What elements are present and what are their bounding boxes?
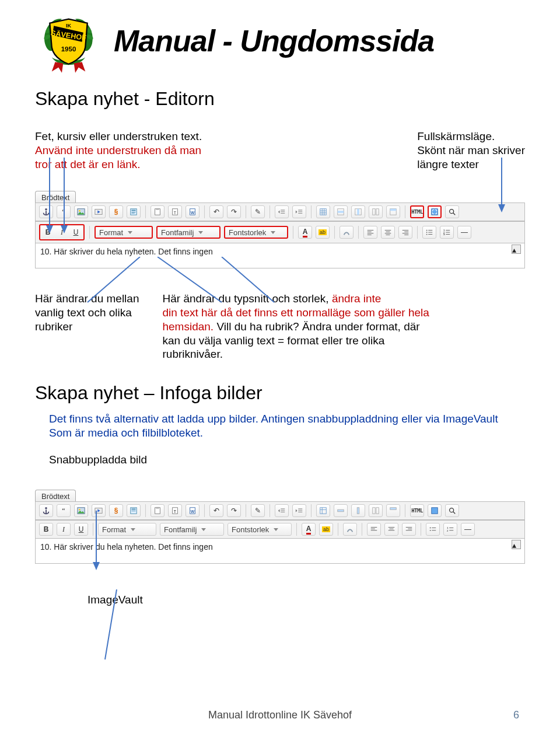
paste-text-icon[interactable]: T bbox=[168, 205, 182, 218]
undo-icon[interactable]: ↶ bbox=[209, 504, 223, 517]
quote-icon[interactable]: “ bbox=[57, 205, 71, 218]
table-col-icon[interactable] bbox=[351, 205, 365, 218]
editor-tab[interactable]: Brödtext bbox=[35, 490, 76, 501]
paste-word-icon[interactable]: W bbox=[186, 504, 200, 517]
undo-icon[interactable]: ↶ bbox=[209, 205, 223, 218]
number-list-icon[interactable]: 123 bbox=[440, 226, 454, 239]
number-list-icon[interactable]: 12 bbox=[443, 523, 457, 536]
table-split-icon[interactable] bbox=[369, 205, 383, 218]
page-title: Manual - Ungdomssida bbox=[114, 23, 434, 58]
editor-tab[interactable]: Brödtext bbox=[35, 191, 76, 203]
form-icon[interactable] bbox=[127, 205, 141, 218]
clear-format-icon[interactable] bbox=[343, 523, 357, 536]
clear-format-icon[interactable] bbox=[340, 226, 354, 239]
club-logo: SÄVEHOF IK 1950 bbox=[35, 7, 102, 74]
search-icon[interactable] bbox=[445, 205, 459, 218]
table-icon[interactable] bbox=[316, 205, 330, 218]
bullet-list-icon[interactable] bbox=[426, 523, 440, 536]
content-text: 10. Här skriver du hela nyheten. Det fin… bbox=[40, 542, 213, 552]
svg-rect-28 bbox=[338, 211, 344, 214]
media-icon[interactable] bbox=[92, 205, 106, 218]
fontsize-dropdown[interactable]: Fontstorlek bbox=[224, 226, 288, 239]
edit-icon[interactable]: ✎ bbox=[251, 205, 265, 218]
image-icon[interactable] bbox=[74, 205, 88, 218]
paste-text-icon[interactable]: T bbox=[168, 504, 182, 517]
table-merge-icon[interactable] bbox=[386, 504, 400, 517]
align-left-icon[interactable] bbox=[367, 523, 381, 536]
highlight-icon[interactable]: ab bbox=[316, 226, 330, 239]
page-footer: Manual Idrottonline IK Sävehof 6 bbox=[0, 709, 560, 721]
table-icon[interactable] bbox=[316, 504, 330, 517]
redo-icon[interactable]: ↷ bbox=[227, 205, 241, 218]
align-right-icon[interactable] bbox=[398, 226, 412, 239]
editor-content[interactable]: 10. Här skriver du hela nyheten. Det fin… bbox=[35, 539, 525, 564]
path-toggle-icon[interactable]: ▴ bbox=[512, 245, 521, 254]
image-icon[interactable] bbox=[74, 504, 88, 517]
svg-point-65 bbox=[450, 508, 454, 512]
svg-rect-17 bbox=[156, 208, 159, 210]
italic-button[interactable]: I bbox=[55, 226, 69, 239]
outdent-icon[interactable] bbox=[275, 504, 289, 517]
italic-button[interactable]: I bbox=[57, 523, 71, 536]
table-row-icon[interactable] bbox=[334, 205, 348, 218]
outdent-icon[interactable] bbox=[275, 205, 289, 218]
table-col-icon[interactable] bbox=[351, 504, 365, 517]
anchor-icon[interactable] bbox=[39, 504, 53, 517]
fullscreen-button[interactable] bbox=[428, 205, 442, 218]
paste-word-icon[interactable]: W bbox=[186, 205, 200, 218]
label-imagevault: ImageVault bbox=[88, 593, 525, 607]
format-dropdown[interactable]: Format bbox=[94, 226, 153, 239]
hr-icon[interactable]: — bbox=[461, 523, 475, 536]
text-color-icon[interactable]: A bbox=[298, 226, 312, 239]
link-icon[interactable]: § bbox=[109, 205, 123, 218]
align-center-icon[interactable] bbox=[381, 226, 395, 239]
html-button[interactable]: HTML bbox=[410, 205, 424, 218]
fullscreen-button[interactable] bbox=[428, 504, 442, 517]
svg-rect-22 bbox=[320, 209, 327, 215]
info-text: Som är media och filbilbloteket. bbox=[49, 426, 525, 440]
align-right-icon[interactable] bbox=[402, 523, 416, 536]
fontfamily-dropdown[interactable]: Fontfamilj bbox=[156, 226, 220, 239]
redo-icon[interactable]: ↷ bbox=[227, 504, 241, 517]
quote-icon[interactable]: “ bbox=[57, 504, 71, 517]
indent-icon[interactable] bbox=[292, 504, 306, 517]
highlight-icon[interactable]: ab bbox=[319, 523, 333, 536]
svg-point-68 bbox=[430, 530, 431, 531]
hr-icon[interactable]: — bbox=[457, 226, 471, 239]
html-button[interactable]: HTML bbox=[410, 504, 424, 517]
editor-content[interactable]: 10. Här skriver du hela nyheten. Det fin… bbox=[35, 243, 525, 268]
paste-icon[interactable] bbox=[150, 205, 164, 218]
format-dropdown[interactable]: Format bbox=[98, 523, 156, 536]
paste-icon[interactable] bbox=[150, 504, 164, 517]
path-toggle-icon[interactable]: ▴ bbox=[512, 540, 521, 549]
align-left-icon[interactable] bbox=[363, 226, 377, 239]
indent-icon[interactable] bbox=[292, 205, 306, 218]
table-merge-icon[interactable] bbox=[386, 205, 400, 218]
bold-button[interactable]: B bbox=[41, 226, 55, 239]
svg-point-38 bbox=[426, 230, 428, 231]
svg-rect-49 bbox=[132, 511, 136, 511]
form-icon[interactable] bbox=[127, 504, 141, 517]
section-heading: Skapa nyhet - Editorn bbox=[35, 88, 525, 110]
underline-button[interactable]: U bbox=[74, 523, 88, 536]
svg-rect-34 bbox=[390, 209, 397, 211]
table-row-icon[interactable] bbox=[334, 504, 348, 517]
fontsize-dropdown[interactable]: Fontstorlek bbox=[228, 523, 292, 536]
align-center-icon[interactable] bbox=[384, 523, 398, 536]
text-color-icon[interactable]: A bbox=[302, 523, 316, 536]
table-split-icon[interactable] bbox=[369, 504, 383, 517]
search-icon[interactable] bbox=[445, 504, 459, 517]
fontfamily-dropdown[interactable]: Fontfamilj bbox=[160, 523, 224, 536]
imagevault-icon[interactable]: § bbox=[109, 504, 123, 517]
svg-rect-15 bbox=[132, 213, 135, 214]
svg-rect-48 bbox=[132, 509, 136, 510]
bold-button[interactable]: B bbox=[39, 523, 53, 536]
underline-button[interactable]: U bbox=[69, 226, 83, 239]
bullet-list-icon[interactable] bbox=[422, 226, 436, 239]
svg-rect-30 bbox=[357, 209, 359, 215]
annotation-text: kan du välja vanlig text = format eller … bbox=[162, 334, 430, 362]
media-icon[interactable] bbox=[92, 504, 106, 517]
edit-icon[interactable]: ✎ bbox=[251, 504, 265, 517]
anchor-icon[interactable] bbox=[39, 205, 53, 218]
section-heading: Skapa nyhet – Infoga bilder bbox=[35, 382, 525, 404]
